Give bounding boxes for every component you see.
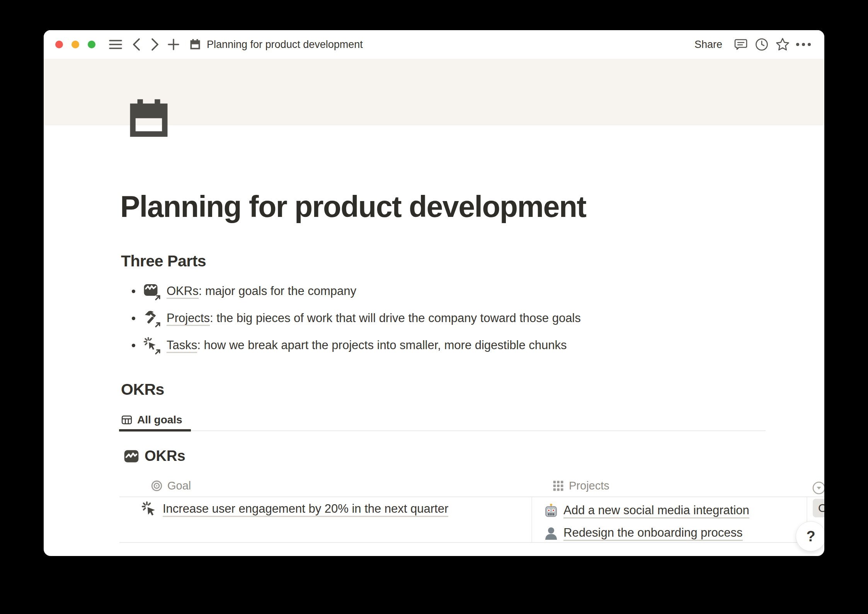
bullet-text: : major goals for the company [199,284,356,298]
list-item: OKRs: major goals for the company [121,278,766,305]
person-icon [544,526,558,541]
page-title[interactable]: Planning for product development [120,189,586,224]
column-divider [531,497,532,542]
tab-label: All goals [137,414,182,426]
column-header-label: Projects [569,479,609,492]
back-icon[interactable] [129,37,144,52]
cursor-click-icon [141,501,158,517]
comment-icon[interactable] [733,37,749,52]
tasks-page-link[interactable]: Tasks [167,338,197,353]
new-page-plus-icon[interactable] [166,37,181,52]
chart-zigzag-icon [124,449,139,464]
column-header-label: Goal [167,479,191,492]
breadcrumb-page-title[interactable]: Planning for product development [207,39,363,51]
project-page-link[interactable]: Add a new social media integration [563,503,749,518]
bullet-marker [132,317,135,320]
column-header-goal[interactable]: Goal [151,479,191,492]
hammer-link-icon [143,310,160,327]
column-header-projects[interactable]: Projects [552,479,609,492]
titlebar: Planning for product development Share [44,30,824,59]
forward-icon[interactable] [147,37,163,52]
project-relation-item: Add a new social media integration [544,500,749,522]
status-badge-truncated[interactable]: O [813,499,824,517]
notion-window: Planning for product development Share P… [44,30,824,556]
project-page-link[interactable]: Redesign the onboarding process [563,526,743,541]
ellipsis-icon[interactable] [796,37,811,52]
table-row-goal-cell: Increase user engagement by 20% in the n… [141,501,448,517]
header-divider [119,496,824,497]
database-title[interactable]: OKRs [145,448,186,464]
robot-icon [544,503,558,518]
active-tab-underline [119,429,191,432]
bullet-marker [132,290,135,293]
chart-zigzag-link-icon [143,283,160,300]
tab-divider [119,430,766,431]
close-window-button[interactable] [55,41,63,48]
star-icon[interactable] [775,37,790,52]
bullet-text: : the big pieces of work that will drive… [210,311,581,325]
bullet-marker [132,344,135,347]
linked-database-title: OKRs [124,448,186,464]
share-button[interactable]: Share [694,39,722,51]
titlebar-actions: Share [694,37,824,52]
row-divider [119,542,824,543]
grid-relation-icon [552,480,564,492]
three-parts-list: OKRs: major goals for the company Projec… [121,278,766,359]
help-button[interactable]: ? [796,521,824,551]
projects-page-link[interactable]: Projects [167,311,210,326]
page-calendar-icon[interactable] [127,97,171,142]
tab-all-goals[interactable]: All goals [121,414,182,426]
table-view-icon [121,414,133,426]
list-item: Projects: the big pieces of work that wi… [121,305,766,332]
okrs-page-link[interactable]: OKRs [167,284,199,299]
sidebar-menu-icon[interactable] [108,37,123,52]
goal-page-link[interactable]: Increase user engagement by 20% in the n… [163,502,448,517]
cursor-click-link-icon [143,337,160,354]
heading-okrs[interactable]: OKRs [121,380,164,399]
list-item: Tasks: how we break apart the projects i… [121,332,766,359]
traffic-lights [55,41,95,48]
target-icon [151,480,163,492]
heading-three-parts[interactable]: Three Parts [121,252,206,270]
minimize-window-button[interactable] [71,41,79,48]
zoom-window-button[interactable] [88,41,95,48]
project-relation-item: Redesign the onboarding process [544,522,749,544]
bullet-text: : how we break apart the projects into s… [197,338,567,352]
table-row-projects-cell: Add a new social media integration Redes… [544,500,749,544]
breadcrumb-calendar-icon [187,37,203,52]
circled-chevron-down-icon[interactable] [812,481,824,495]
history-clock-icon[interactable] [754,37,769,52]
